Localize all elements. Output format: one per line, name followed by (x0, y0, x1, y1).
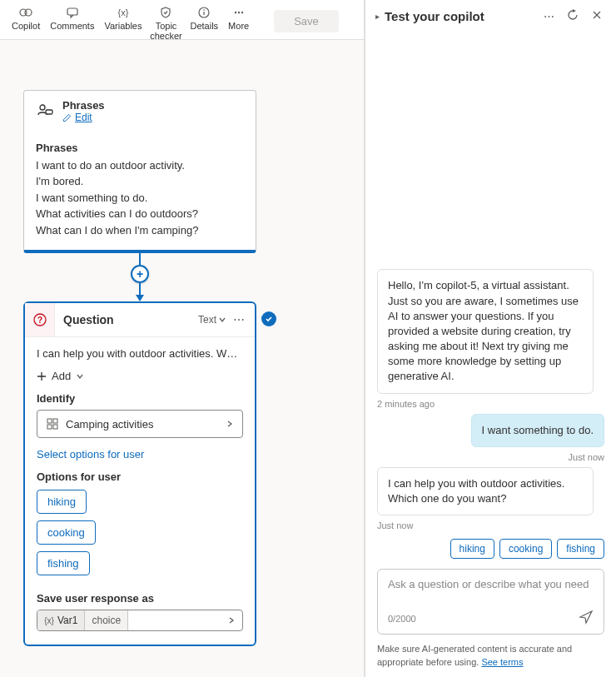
connector: + (23, 253, 256, 301)
caret-right-icon[interactable]: ▸ (375, 12, 380, 21)
question-type-selector[interactable]: Text (198, 314, 226, 326)
select-options-link[interactable]: Select options for user (37, 448, 243, 460)
svg-point-7 (234, 12, 236, 13)
timestamp: Just now (569, 452, 604, 462)
refresh-button[interactable] (563, 7, 583, 26)
close-panel-button[interactable] (588, 7, 606, 25)
close-icon (591, 9, 603, 21)
phrase-line: I want something to do. (36, 190, 244, 207)
phrases-section-title: Phrases (36, 142, 244, 154)
phrases-header: Phrases Edit (24, 91, 256, 133)
phrase-line: What can I do when I'm camping? (36, 222, 244, 239)
toolbar-variables[interactable]: {x} Variables (99, 3, 147, 32)
send-button[interactable] (579, 610, 594, 627)
chat-input[interactable]: Ask a question or describe what you need… (377, 569, 604, 635)
phrase-line: I want to do an outdoor activity. (36, 157, 244, 174)
toolbar-comments[interactable]: Comments (45, 3, 99, 32)
copilot-icon (18, 5, 33, 20)
chat-person-icon (36, 102, 54, 122)
svg-rect-17 (53, 425, 57, 429)
option-chip[interactable]: hiking (37, 490, 87, 514)
add-prompt-button[interactable]: Add (37, 370, 243, 382)
svg-point-8 (237, 12, 239, 13)
bot-message-row: Hello, I'm copilot-5, a virtual assistan… (377, 269, 604, 393)
variable-type: choice (85, 610, 128, 630)
timestamp: 2 minutes ago (377, 399, 435, 409)
toolbar-more[interactable]: More (223, 3, 254, 32)
comment-icon (65, 5, 80, 20)
left-pane: Copilot Comments {x} Variables Topic che… (0, 0, 365, 677)
option-chip[interactable]: cooking (37, 520, 96, 545)
svg-text:?: ? (37, 316, 42, 325)
variables-icon: {x} (116, 5, 131, 20)
variable-selector[interactable]: {x} Var1 choice (37, 610, 243, 631)
phrases-body: Phrases I want to do an outdoor activity… (24, 133, 256, 251)
arrow-down-icon (136, 295, 144, 301)
option-chip[interactable]: fishing (37, 551, 90, 575)
svg-rect-14 (47, 419, 52, 423)
identify-value: Camping activities (66, 418, 219, 431)
bot-message: I can help you with outdoor activities. … (377, 467, 594, 515)
info-icon (196, 5, 211, 20)
svg-point-1 (25, 9, 32, 16)
timestamp: Just now (377, 520, 413, 530)
pencil-icon (62, 113, 72, 122)
refresh-icon (566, 8, 579, 22)
disclaimer: Make sure AI-generated content is accura… (365, 640, 616, 677)
test-panel: ▸ Test your copilot ⋯ Hello, I'm copilot… (365, 0, 616, 677)
suggestion-chip[interactable]: hiking (450, 539, 494, 559)
svg-text:{x}: {x} (118, 7, 129, 17)
user-message: I want something to do. (471, 414, 604, 447)
grid-icon (46, 417, 59, 431)
panel-more-menu[interactable]: ⋯ (540, 8, 558, 24)
svg-text:{x}: {x} (44, 616, 54, 625)
toolbar-label: Topic checker (150, 21, 182, 41)
chat-area: Hello, I'm copilot-5, a virtual assistan… (365, 32, 616, 559)
chevron-right-icon (221, 615, 242, 627)
toolbar-label: Copilot (12, 21, 40, 31)
suggestion-row: hiking cooking fishing (450, 539, 604, 559)
chevron-down-icon (218, 316, 226, 324)
toolbar-label: Comments (50, 21, 94, 31)
see-terms-link[interactable]: See terms (481, 657, 523, 667)
chat-input-placeholder: Ask a question or describe what you need (388, 578, 594, 606)
toolbar-label: Details (190, 21, 218, 31)
toolbar-details[interactable]: Details (185, 3, 223, 32)
toolbar-copilot[interactable]: Copilot (7, 3, 45, 32)
save-button[interactable]: Save (274, 10, 339, 32)
test-panel-header: ▸ Test your copilot ⋯ (365, 0, 616, 32)
phrase-line: I'm bored. (36, 173, 244, 190)
question-icon: ? (25, 303, 55, 336)
topic-checker-icon (158, 5, 173, 20)
svg-point-10 (40, 105, 45, 110)
variable-chip: {x} Var1 (37, 610, 85, 630)
question-title: Question (63, 313, 198, 326)
more-icon (231, 5, 246, 20)
identify-selector[interactable]: Camping activities (37, 410, 243, 438)
svg-rect-15 (53, 419, 57, 423)
authoring-canvas[interactable]: Phrases Edit Phrases I want to do an out… (0, 40, 364, 677)
save-as-label: Save user response as (37, 592, 243, 605)
phrases-node[interactable]: Phrases Edit Phrases I want to do an out… (23, 90, 256, 253)
suggestion-chip[interactable]: cooking (499, 539, 552, 559)
identify-label: Identify (37, 392, 243, 405)
toolbar: Copilot Comments {x} Variables Topic che… (0, 0, 364, 40)
question-prompt[interactable]: I can help you with outdoor activities. … (37, 347, 243, 360)
variable-icon: {x} (44, 615, 54, 625)
bot-message-row: I can help you with outdoor activities. … (377, 467, 604, 515)
edit-phrases-link[interactable]: Edit (62, 112, 92, 123)
test-panel-title: Test your copilot (385, 9, 535, 23)
toolbar-topic-checker[interactable]: Topic checker (147, 3, 185, 42)
add-node-button[interactable]: + (131, 265, 149, 283)
suggestion-chip[interactable]: fishing (557, 539, 604, 559)
node-more-menu[interactable]: ⋯ (233, 313, 245, 326)
toolbar-label: More (228, 21, 249, 31)
chevron-down-icon (76, 372, 84, 381)
svg-rect-16 (47, 425, 52, 429)
user-message-row: I want something to do. (377, 414, 604, 447)
success-badge (261, 311, 276, 326)
question-node[interactable]: ? Question Text ⋯ I can help you with ou… (23, 301, 256, 646)
bot-message: Hello, I'm copilot-5, a virtual assistan… (377, 269, 594, 393)
svg-point-9 (241, 12, 242, 13)
send-icon (579, 610, 594, 625)
